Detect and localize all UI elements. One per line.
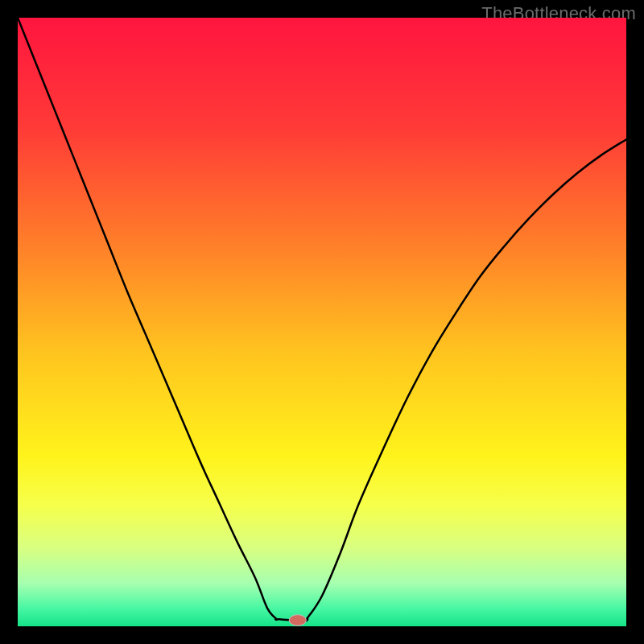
chart-frame: TheBottleneck.com <box>0 0 644 644</box>
optimum-marker <box>289 615 306 626</box>
bottleneck-plot <box>18 18 626 626</box>
plot-background <box>18 18 626 626</box>
